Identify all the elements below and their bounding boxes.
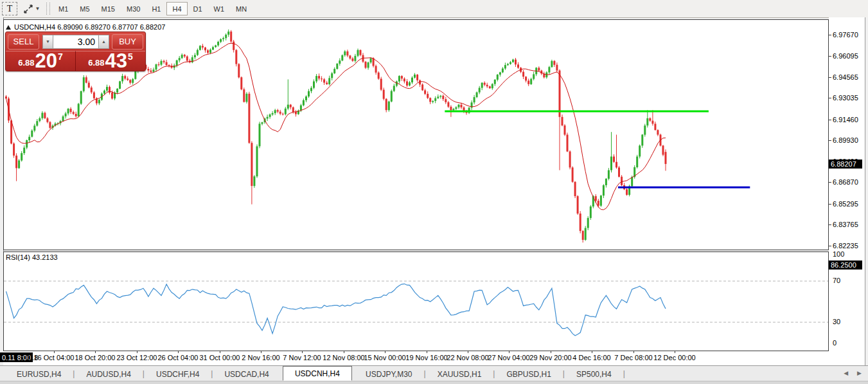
price-tick [829, 120, 831, 120]
time-tick [633, 351, 634, 353]
volume-field[interactable]: 3.00 [53, 35, 98, 49]
symbol-tab-gbpusd[interactable]: GBPUSD,H1 [495, 367, 562, 381]
rsi-tick-label: 70 [833, 277, 840, 284]
sell-button[interactable]: SELL [8, 34, 39, 50]
price-tick-label: 6.97670 [833, 31, 858, 39]
current-price-badge: 6.88207 [829, 160, 862, 169]
buy-price[interactable]: 6.88 43 5 [76, 51, 145, 71]
price-tick [829, 182, 831, 183]
time-tick [385, 351, 385, 353]
window-right-edge [865, 17, 868, 384]
time-tick [178, 351, 179, 353]
time-tick [95, 351, 96, 353]
tab-scroll-right-icon[interactable]: ▶ [857, 370, 862, 376]
buy-button[interactable]: BUY [112, 34, 143, 50]
price-tick-label: 6.91460 [833, 116, 858, 123]
tab-separator: | [623, 369, 625, 378]
chevron-down-icon: ▼ [46, 39, 50, 44]
price-axis-column: 6.976706.960956.945656.930356.914606.899… [829, 17, 865, 365]
diagonal-arrows-icon [23, 5, 33, 14]
price-tick [829, 246, 831, 246]
price-tick [829, 140, 831, 141]
time-tick [675, 351, 675, 353]
rsi-indicator-panel[interactable] [3, 251, 829, 351]
time-tick [137, 351, 137, 353]
time-tick [261, 351, 261, 353]
price-tick-label: 6.89930 [833, 136, 858, 144]
tab-scroll-left-icon[interactable]: ◀ [844, 370, 848, 376]
price-tick-label: 6.94565 [833, 73, 858, 81]
price-tick-label: 6.86870 [833, 178, 858, 186]
chevron-down-icon: ▼ [35, 6, 40, 12]
price-tick [829, 35, 831, 35]
price-tick-label: 6.85295 [833, 200, 858, 208]
toolbar-grip [46, 3, 50, 15]
price-tick [829, 204, 831, 205]
volume-stepper: ▼ 3.00 ▲ [42, 35, 109, 49]
time-tick [54, 351, 55, 353]
time-tick [551, 351, 551, 353]
symbol-tab-sp500[interactable]: SP500,H4 [565, 367, 623, 381]
toolbar: T ▼ M1M5M15M30H1H4D1W1MN [0, 0, 868, 18]
timeframe-button-m15[interactable]: M15 [96, 2, 121, 15]
timeframe-button-m1[interactable]: M1 [53, 2, 74, 15]
tab-scroll-buttons: ◀ ▶ [844, 370, 862, 376]
price-tick [829, 98, 831, 98]
timeframe-button-d1[interactable]: D1 [188, 2, 208, 15]
timeframe-buttons: M1M5M15M30H1H4D1W1MN [53, 2, 252, 15]
timeframe-button-h4[interactable]: H4 [166, 2, 187, 15]
buy-price-big: 43 [105, 53, 127, 69]
time-axis[interactable]: 0.11 8:00 018 16 Oct 04:0018 Oct 20:0023… [3, 351, 829, 365]
sell-price-handle: 6.88 [18, 58, 34, 68]
time-tick [509, 351, 509, 353]
time-tick [220, 351, 220, 353]
symbol-tab-usdjpy[interactable]: USDJPY,M30 [354, 367, 423, 381]
timeframe-button-h1[interactable]: H1 [146, 2, 166, 15]
terminal-window: T ▼ M1M5M15M30H1H4D1W1MN 6.976706.960956… [0, 0, 868, 384]
price-tick [829, 77, 831, 78]
chevron-up-icon: ▲ [102, 39, 106, 44]
symbol-tab-bar: EURUSD,H4|AUDUSD,H4|USDCHF,H4|USDCAD,H4|… [0, 365, 868, 381]
symbol-tab-audusd[interactable]: AUDUSD,H4 [75, 367, 142, 381]
symbol-tab-usdcad[interactable]: USDCAD,H4 [213, 367, 280, 381]
timeframe-button-w1[interactable]: W1 [208, 2, 231, 15]
volume-increase-button[interactable]: ▲ [98, 35, 109, 49]
symbol-triangle-icon [6, 25, 11, 30]
sell-price-pip: 7 [58, 51, 63, 62]
chart-title: USDCNH,H4 6.89090 6.89270 6.87707 6.8820… [6, 23, 165, 31]
timeframe-button-m30[interactable]: M30 [121, 2, 146, 15]
rsi-indicator-label: RSI(14) 43.2133 [6, 253, 58, 261]
symbol-tab-xauusd[interactable]: XAUUSD,H1 [426, 367, 493, 381]
time-tick [302, 351, 303, 353]
timeframe-button-m5[interactable]: M5 [74, 2, 95, 15]
price-tick [829, 56, 831, 57]
timeframe-button-mn[interactable]: MN [230, 2, 252, 15]
time-tick-label: 12 Dec 00:00 [649, 354, 700, 361]
rsi-tick-label: 0 [833, 339, 837, 347]
price-tick-label: 6.93035 [833, 94, 858, 102]
time-tick [468, 351, 468, 353]
status-strip [0, 381, 868, 384]
sell-price-big: 20 [35, 53, 57, 69]
price-tick-label: 6.96095 [833, 52, 858, 60]
price-tick [829, 224, 831, 225]
symbol-tab-usdcnh[interactable]: USDCNH,H4 [283, 366, 352, 381]
rsi-level-badge: 86.2500 [829, 261, 862, 270]
one-click-trading-panel: SELL ▼ 3.00 ▲ BUY 6.88 20 7 6.88 43 5 [5, 32, 146, 71]
volume-decrease-button[interactable]: ▼ [42, 35, 53, 49]
crosshair-arrows-button[interactable]: ▼ [20, 2, 43, 15]
text-tool-button[interactable]: T [2, 2, 17, 15]
time-tick [344, 351, 344, 353]
chart-title-text: USDCNH,H4 6.89090 6.89270 6.87707 6.8820… [14, 23, 165, 31]
buy-price-pip: 5 [128, 51, 133, 62]
rsi-chart [4, 252, 828, 351]
symbol-tab-usdchf[interactable]: USDCHF,H4 [145, 367, 211, 381]
symbol-tab-eurusd[interactable]: EURUSD,H4 [5, 367, 73, 381]
time-tick [592, 351, 592, 353]
price-tick-label: 6.83765 [833, 221, 858, 228]
time-tick [427, 351, 427, 353]
price-tick-label: 6.82235 [833, 242, 858, 250]
buy-price-handle: 6.88 [88, 58, 104, 68]
rsi-tick-label: 100 [833, 250, 844, 258]
sell-price[interactable]: 6.88 20 7 [6, 51, 76, 71]
